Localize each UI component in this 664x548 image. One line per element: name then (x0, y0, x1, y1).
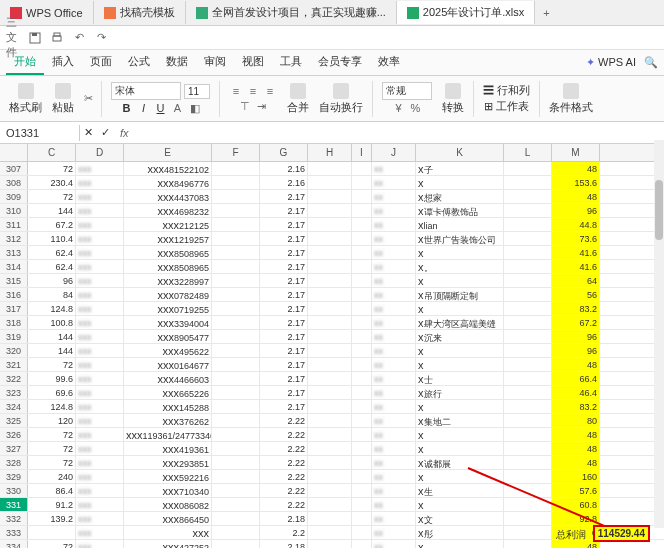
cell[interactable]: xxx0719255 (124, 302, 212, 315)
cell[interactable]: xx (372, 442, 416, 455)
cell[interactable]: xxx (76, 316, 124, 329)
cell[interactable]: x世界广告装饰公司 (416, 232, 504, 245)
cell[interactable] (308, 442, 352, 455)
cell[interactable]: xxx481522102 (124, 162, 212, 175)
cell[interactable]: x (416, 246, 504, 259)
currency-icon[interactable]: ¥ (392, 101, 406, 115)
print-icon[interactable] (50, 31, 64, 45)
cell[interactable] (352, 484, 372, 497)
cell[interactable]: 80 (552, 414, 600, 427)
cell[interactable]: xxx376262 (124, 414, 212, 427)
menu-item[interactable]: 公式 (120, 50, 158, 75)
row-header[interactable]: 323 (0, 386, 28, 399)
row-header[interactable]: 334 (0, 540, 28, 548)
cell[interactable]: 96 (552, 330, 600, 343)
cell[interactable]: 72 (28, 540, 76, 548)
cell[interactable]: x想家 (416, 190, 504, 203)
cell[interactable]: 44.8 (552, 218, 600, 231)
cell[interactable]: 83.2 (552, 400, 600, 413)
cell[interactable] (308, 204, 352, 217)
cell[interactable]: 72 (28, 442, 76, 455)
cell[interactable]: xxx (76, 442, 124, 455)
cell[interactable] (352, 246, 372, 259)
cell[interactable]: xxx419361 (124, 442, 212, 455)
cell[interactable]: 230.4 (28, 176, 76, 189)
cell[interactable]: x文 (416, 512, 504, 525)
cell[interactable]: xxx145288 (124, 400, 212, 413)
cell[interactable]: 2.22 (260, 442, 308, 455)
cell[interactable]: xxx8905477 (124, 330, 212, 343)
cell[interactable] (28, 526, 76, 539)
cell-reference-box[interactable]: O1331 (0, 125, 80, 141)
row-header[interactable]: 332 (0, 512, 28, 525)
column-header[interactable]: M (552, 144, 600, 161)
cell[interactable] (212, 386, 260, 399)
cell[interactable] (352, 372, 372, 385)
cell[interactable] (308, 302, 352, 315)
cell[interactable] (504, 176, 552, 189)
cell[interactable]: 69.6 (28, 386, 76, 399)
cell[interactable] (212, 372, 260, 385)
cell[interactable]: xxx (76, 456, 124, 469)
cell[interactable]: 2.22 (260, 414, 308, 427)
cell[interactable] (212, 204, 260, 217)
cell[interactable]: xx (372, 176, 416, 189)
cell[interactable]: 2.17 (260, 302, 308, 315)
row-header[interactable]: 310 (0, 204, 28, 217)
cell[interactable]: 62.4 (28, 260, 76, 273)
cell[interactable] (212, 218, 260, 231)
align-left-icon[interactable]: ≡ (229, 84, 243, 98)
cell[interactable]: 139.2 (28, 512, 76, 525)
cell[interactable] (352, 232, 372, 245)
app-tab[interactable]: 找稿壳模板 (94, 1, 186, 24)
cell[interactable]: xxx592216 (124, 470, 212, 483)
cell[interactable]: xx (372, 428, 416, 441)
cell[interactable] (212, 302, 260, 315)
cell[interactable]: xxx086082 (124, 498, 212, 511)
cell[interactable]: xxx4437083 (124, 190, 212, 203)
cell[interactable]: xx (372, 456, 416, 469)
cell[interactable] (212, 162, 260, 175)
cell[interactable]: xxx3394004 (124, 316, 212, 329)
cell[interactable]: x生 (416, 484, 504, 497)
cut-icon[interactable]: ✂ (81, 92, 95, 106)
accept-formula-icon[interactable]: ✓ (97, 126, 114, 139)
cell[interactable]: 2.17 (260, 330, 308, 343)
cell[interactable]: 2.18 (260, 540, 308, 548)
cell[interactable]: xx (372, 344, 416, 357)
cell[interactable] (308, 218, 352, 231)
cell[interactable] (212, 400, 260, 413)
cell[interactable]: xxx212125 (124, 218, 212, 231)
cell[interactable]: xx (372, 414, 416, 427)
cell[interactable] (352, 442, 372, 455)
cell[interactable] (308, 176, 352, 189)
cell[interactable] (308, 246, 352, 259)
cell[interactable] (352, 330, 372, 343)
column-header[interactable]: J (372, 144, 416, 161)
cell[interactable] (212, 274, 260, 287)
cell[interactable]: xx (372, 260, 416, 273)
cell[interactable] (352, 204, 372, 217)
cell[interactable]: x旅行 (416, 386, 504, 399)
cell[interactable]: xxx0782489 (124, 288, 212, 301)
cell[interactable]: x (416, 302, 504, 315)
cell[interactable]: xxx (76, 470, 124, 483)
cell[interactable]: x (416, 344, 504, 357)
cell[interactable] (504, 190, 552, 203)
cell[interactable] (504, 386, 552, 399)
cell[interactable]: xx (372, 246, 416, 259)
row-header[interactable]: 319 (0, 330, 28, 343)
cell[interactable]: 240 (28, 470, 76, 483)
cell[interactable] (212, 232, 260, 245)
cell[interactable] (212, 456, 260, 469)
cell[interactable]: xxx (76, 358, 124, 371)
cell[interactable]: x (416, 176, 504, 189)
cell[interactable]: x (416, 428, 504, 441)
cell[interactable]: xxx4466603 (124, 372, 212, 385)
menu-item[interactable]: 会员专享 (310, 50, 370, 75)
cell[interactable] (308, 372, 352, 385)
cell[interactable]: xxx1219257 (124, 232, 212, 245)
cell[interactable] (308, 498, 352, 511)
wrap-icon[interactable] (333, 83, 349, 99)
cell[interactable]: xxx (76, 330, 124, 343)
